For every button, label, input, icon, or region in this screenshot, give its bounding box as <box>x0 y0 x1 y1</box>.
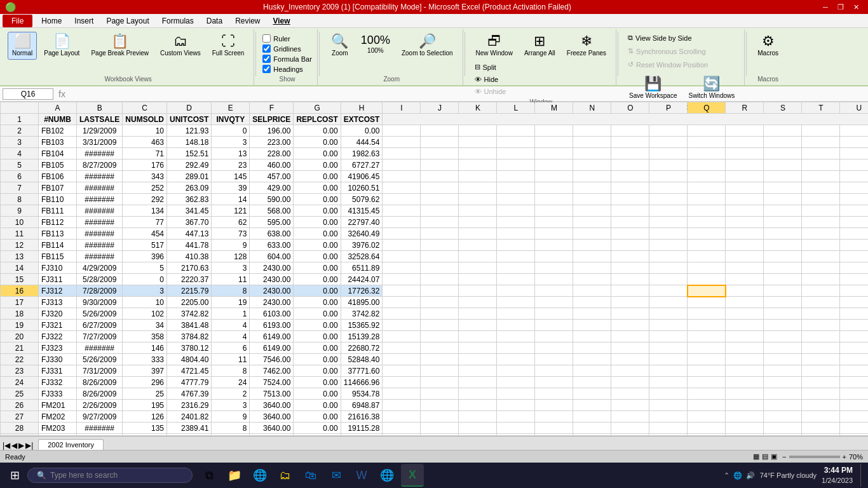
empty-cell[interactable] <box>688 159 726 171</box>
empty-cell[interactable] <box>421 331 459 342</box>
cell[interactable]: 24 <box>212 377 250 388</box>
cell[interactable]: 223.00 <box>250 137 294 148</box>
col-header-q[interactable]: Q <box>688 102 726 114</box>
cell[interactable]: 9/27/2009 <box>77 411 123 423</box>
custom-views-button[interactable]: 🗂 Custom Views <box>156 32 205 60</box>
empty-cell[interactable] <box>764 274 802 285</box>
empty-cell[interactable] <box>497 182 535 194</box>
zoom-slider-track[interactable] <box>789 456 840 458</box>
col-header-e[interactable]: E <box>212 102 250 114</box>
empty-cell[interactable] <box>573 194 611 205</box>
cell[interactable]: 9534.78 <box>341 388 383 400</box>
col-header-a[interactable]: A <box>39 102 77 114</box>
cell[interactable]: 121.93 <box>167 125 212 137</box>
row-header-1[interactable]: 1 <box>1 114 39 125</box>
empty-cell[interactable] <box>459 217 497 228</box>
empty-cell[interactable] <box>726 365 764 377</box>
empty-cell[interactable] <box>573 137 611 148</box>
empty-cell[interactable] <box>497 274 535 285</box>
col-header-u[interactable]: U <box>840 102 868 114</box>
empty-cell[interactable] <box>573 377 611 388</box>
empty-cell[interactable] <box>383 262 421 274</box>
empty-cell[interactable] <box>497 308 535 320</box>
empty-cell[interactable] <box>688 400 726 411</box>
empty-cell[interactable] <box>535 434 573 436</box>
empty-cell[interactable] <box>802 308 840 320</box>
row-header-7[interactable]: 7 <box>1 182 39 194</box>
cell[interactable]: FB111 <box>39 205 77 217</box>
empty-cell[interactable] <box>802 148 840 159</box>
cell[interactable]: 10 <box>123 297 167 308</box>
empty-cell[interactable] <box>535 251 573 262</box>
cell[interactable]: 2401.82 <box>167 411 212 423</box>
start-button[interactable]: ⊞ <box>5 466 25 485</box>
row-header-22[interactable]: 22 <box>1 354 39 365</box>
empty-cell[interactable] <box>535 274 573 285</box>
empty-cell[interactable] <box>802 285 840 297</box>
cell[interactable]: 0.00 <box>294 137 341 148</box>
cell[interactable]: FJ333 <box>39 388 77 400</box>
empty-cell[interactable] <box>459 400 497 411</box>
menu-insert[interactable]: Insert <box>68 15 100 27</box>
row-header-4[interactable]: 4 <box>1 148 39 159</box>
empty-cell[interactable] <box>649 411 688 423</box>
empty-cell[interactable] <box>764 434 802 436</box>
col-header-b[interactable]: B <box>77 102 123 114</box>
empty-cell[interactable] <box>764 205 802 217</box>
empty-cell[interactable] <box>764 217 802 228</box>
cell[interactable]: ####### <box>77 171 123 182</box>
empty-cell[interactable] <box>726 228 764 240</box>
empty-cell[interactable] <box>421 297 459 308</box>
cell[interactable]: FJ331 <box>39 365 77 377</box>
empty-cell[interactable] <box>611 365 649 377</box>
row-header-27[interactable]: 27 <box>1 411 39 423</box>
arrange-all-button[interactable]: ⊞ Arrange All <box>520 32 560 60</box>
empty-cell[interactable] <box>383 274 421 285</box>
empty-cell[interactable] <box>611 148 649 159</box>
empty-cell[interactable] <box>688 377 726 388</box>
empty-cell[interactable] <box>649 262 688 274</box>
cell[interactable]: FJ313 <box>39 297 77 308</box>
empty-cell[interactable] <box>688 285 726 297</box>
empty-cell[interactable] <box>535 400 573 411</box>
empty-cell[interactable] <box>802 251 840 262</box>
empty-cell[interactable] <box>764 308 802 320</box>
cell[interactable]: 0.00 <box>294 285 341 297</box>
restore-button[interactable]: ❐ <box>834 0 848 14</box>
cell[interactable]: 2220.37 <box>167 274 212 285</box>
cell[interactable]: 0.00 <box>294 148 341 159</box>
empty-cell[interactable] <box>459 285 497 297</box>
empty-cell[interactable] <box>611 194 649 205</box>
cell[interactable]: 5079.62 <box>341 194 383 205</box>
empty-cell[interactable] <box>649 251 688 262</box>
col-header-o[interactable]: O <box>611 102 649 114</box>
empty-cell[interactable] <box>421 354 459 365</box>
empty-cell[interactable] <box>535 423 573 434</box>
empty-cell[interactable] <box>802 217 840 228</box>
cell[interactable]: 6948.87 <box>341 400 383 411</box>
cell[interactable]: FM203 <box>39 423 77 434</box>
cell[interactable]: FJ323 <box>39 342 77 354</box>
empty-cell[interactable] <box>573 182 611 194</box>
empty-cell[interactable] <box>688 411 726 423</box>
empty-cell[interactable] <box>649 240 688 251</box>
empty-cell[interactable] <box>535 262 573 274</box>
cell[interactable]: 0.00 <box>294 308 341 320</box>
col-header-l[interactable]: L <box>497 102 535 114</box>
empty-cell[interactable] <box>726 171 764 182</box>
cell[interactable]: 176 <box>123 159 167 171</box>
empty-cell[interactable] <box>688 217 726 228</box>
menu-home[interactable]: Home <box>35 15 68 27</box>
cell[interactable]: 9 <box>212 411 250 423</box>
empty-cell[interactable] <box>611 262 649 274</box>
cell[interactable]: 146 <box>123 342 167 354</box>
cell[interactable]: 454 <box>123 228 167 240</box>
row-header-17[interactable]: 17 <box>1 297 39 308</box>
cell[interactable]: 292.49 <box>167 159 212 171</box>
empty-cell[interactable] <box>573 331 611 342</box>
cell[interactable]: 447.13 <box>167 228 212 240</box>
cell[interactable]: 0.00 <box>294 274 341 285</box>
file-explorer-icon[interactable]: 📁 <box>223 464 246 487</box>
cell[interactable]: 5/28/2009 <box>77 274 123 285</box>
col-header-f[interactable]: F <box>250 102 294 114</box>
